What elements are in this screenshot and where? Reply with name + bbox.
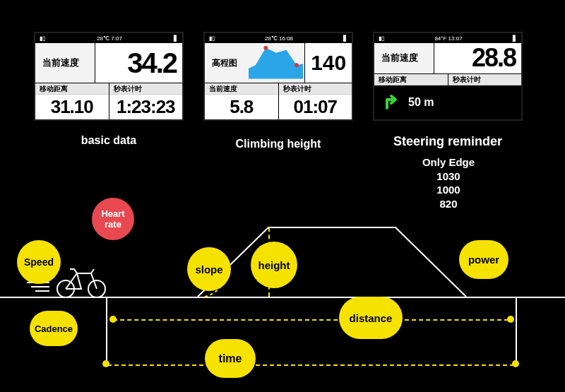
distance-cell: 移动距离 31.10: [35, 83, 109, 119]
bubble-distance: distance: [339, 297, 403, 339]
bubble-power: power: [459, 240, 509, 279]
status-temp-time: 28℃ 16:08: [265, 35, 293, 42]
bottom-row: 当前速度 5.8 秒表计时 01:07: [205, 83, 352, 119]
top-row: 当前速度 28.8: [374, 43, 521, 74]
mid-labels: 移动距离 秒表计时: [374, 74, 521, 86]
screens-row: ▮▯ 28℃ 7:07 ▋ 当前速度 34.2 移动距离 31.10 秒表计时 …: [34, 32, 523, 121]
bubble-speed: Speed: [17, 240, 61, 284]
time-span-line: [107, 364, 514, 366]
status-bar: ▮▯ 28℃ 7:07 ▋: [35, 33, 182, 43]
current-speed-label: 当前速度: [35, 43, 95, 83]
status-bar: ▮▯ 84°F 13:07 ▋: [374, 33, 521, 43]
ballend-right: [512, 360, 519, 367]
current-speed-value: 34.2: [95, 43, 182, 83]
battery-icon: ▮▯: [379, 35, 384, 42]
battery-icon: ▮▯: [40, 35, 45, 42]
signal-icon: ▋: [513, 35, 517, 42]
metrics-diagram: Speed Heart rate Cadence slope height ti…: [0, 191, 565, 392]
elevation-value: 140: [305, 43, 352, 83]
nav-distance: 50 m: [408, 96, 434, 109]
bubble-height: height: [251, 242, 297, 288]
vline-right: [516, 297, 517, 364]
screen-steering-reminder: ▮▯ 84°F 13:07 ▋ 当前速度 28.8 移动距离 秒表计时 50 m: [373, 32, 523, 121]
bubble-cadence: Cadence: [30, 311, 78, 346]
battery-icon: ▮▯: [209, 35, 215, 42]
bubble-slope: slope: [187, 247, 231, 291]
elevation-chart-icon: [249, 44, 304, 79]
caption-steering-reminder: Steering reminder: [373, 134, 523, 149]
status-temp-time: 84°F 13:07: [434, 35, 462, 42]
current-speed-value: 28.8: [434, 43, 521, 73]
svg-marker-0: [249, 48, 304, 79]
bicycle-icon: [53, 263, 109, 299]
vline-left: [106, 297, 107, 364]
navigation-row: 50 m: [374, 85, 521, 119]
distance-span-line: [113, 319, 509, 321]
svg-point-1: [263, 46, 268, 50]
distance-ball-right: [507, 316, 514, 323]
elevation-chart-label: 高程图: [205, 43, 305, 83]
distance-ball-left: [109, 316, 117, 323]
ballend-left: [102, 360, 109, 367]
status-bar: ▮▯ 28℃ 16:08 ▋: [205, 33, 352, 43]
timer-label-cell: 秒表计时: [448, 74, 522, 86]
bottom-row: 移动距离 31.10 秒表计时 1:23:23: [35, 83, 182, 119]
timer-cell: 秒表计时 1:23:23: [109, 83, 183, 119]
svg-point-2: [295, 63, 299, 67]
screen-climbing-height: ▮▯ 28℃ 16:08 ▋ 高程图 140 当前速度 5.8 秒表计时: [203, 32, 353, 121]
bubble-time: time: [205, 339, 256, 378]
elevation-row: 高程图 140: [205, 43, 352, 83]
turn-right-icon: [381, 93, 401, 112]
screen-basic-data: ▮▯ 28℃ 7:07 ▋ 当前速度 34.2 移动距离 31.10 秒表计时 …: [34, 32, 184, 121]
distance-label-cell: 移动距离: [374, 74, 448, 86]
timer-cell: 秒表计时 01:07: [278, 83, 352, 119]
top-row: 当前速度 34.2: [35, 43, 182, 83]
bubble-heart-rate: Heart rate: [92, 198, 134, 240]
caption-climbing-height: Climbing height: [203, 138, 353, 150]
signal-icon: ▋: [174, 35, 178, 42]
speed-cell: 当前速度 5.8: [205, 83, 278, 119]
signal-icon: ▋: [343, 35, 347, 42]
caption-basic-data: basic data: [34, 134, 184, 147]
status-temp-time: 28℃ 7:07: [97, 35, 122, 42]
current-speed-label: 当前速度: [374, 43, 434, 73]
